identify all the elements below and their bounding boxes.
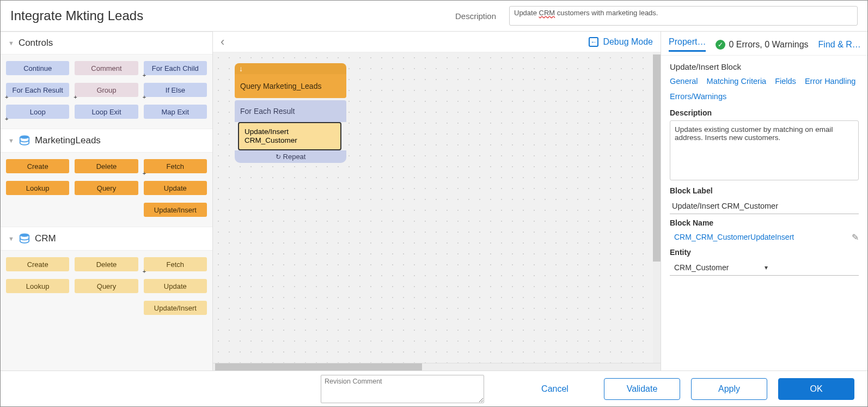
- scrollbar-thumb[interactable]: [215, 363, 422, 370]
- block-label-field-label: Block Label: [670, 186, 859, 195]
- cancel-button[interactable]: Cancel: [517, 378, 593, 400]
- description-field-label: Description: [670, 108, 859, 117]
- properties-panel: Propert… ✓ 0 Errors, 0 Warnings Find & R…: [661, 32, 867, 370]
- updins-line2: CRM_Customer: [244, 136, 335, 145]
- palette-section-header[interactable]: ▼Controls: [1, 32, 212, 54]
- entity-value: CRM_Customer: [674, 263, 765, 272]
- footer-bar: Cancel Validate Apply OK: [1, 370, 867, 406]
- palette-block-lookup[interactable]: Lookup: [6, 279, 69, 293]
- page-title: Integrate Mkting Leads: [10, 8, 442, 23]
- palette-block-continue[interactable]: Continue: [6, 61, 69, 75]
- palette-block-update[interactable]: Update: [144, 181, 207, 195]
- palette-block-delete[interactable]: Delete: [75, 257, 138, 271]
- block-palette[interactable]: ▼ControlsContinueCommentFor Each ChildFo…: [1, 32, 213, 370]
- palette-block-delete[interactable]: Delete: [75, 159, 138, 173]
- palette-block-create[interactable]: Create: [6, 257, 69, 271]
- description-textarea[interactable]: [670, 120, 859, 180]
- download-icon: ↓: [239, 64, 243, 73]
- canvas-toolbar: ‹ ← Debug Mode: [213, 32, 661, 52]
- palette-block-map-exit[interactable]: Map Exit: [144, 105, 207, 119]
- palette-section-title: MarketingLeads: [35, 135, 101, 146]
- palette-section-title: Controls: [19, 38, 53, 48]
- svg-point-1: [20, 233, 29, 236]
- block-name-link[interactable]: CRM_CRM_CustomerUpdateInsert: [670, 230, 846, 244]
- properties-tabs: Propert… ✓ 0 Errors, 0 Warnings Find & R…: [661, 32, 867, 56]
- entity-field-label: Entity: [670, 248, 859, 257]
- palette-block-loop-exit[interactable]: Loop Exit: [75, 105, 138, 119]
- updins-line1: Update/Insert: [244, 127, 335, 136]
- update-insert-block[interactable]: Update/Insert CRM_Customer: [238, 122, 341, 150]
- palette-block-fetch[interactable]: Fetch: [144, 257, 207, 271]
- subtab-error-handling[interactable]: Error Handling: [805, 77, 856, 86]
- desc-text-pre: Update: [514, 9, 539, 17]
- canvas-wrap: ‹ ← Debug Mode ↓ Query Marketing_Leads F…: [213, 32, 661, 370]
- collapse-icon: ▼: [8, 40, 14, 46]
- subtab-matching-criteria[interactable]: Matching Criteria: [707, 77, 767, 86]
- main-area: ▼ControlsContinueCommentFor Each ChildFo…: [1, 32, 867, 370]
- palette-block-query[interactable]: Query: [75, 181, 138, 195]
- foreach-block[interactable]: For Each Result: [235, 100, 346, 122]
- subtab-fields[interactable]: Fields: [775, 77, 796, 86]
- flow-root: ↓ Query Marketing_Leads For Each Result …: [235, 63, 346, 163]
- subtab-errors-warnings[interactable]: Errors/Warnings: [670, 92, 726, 101]
- canvas-horizontal-scrollbar[interactable]: [213, 363, 661, 370]
- debug-mode-button[interactable]: ← Debug Mode: [589, 37, 653, 47]
- tab-errors[interactable]: ✓ 0 Errors, 0 Warnings: [716, 40, 808, 50]
- tab-find-replace[interactable]: Find & R…: [818, 40, 861, 50]
- palette-section-header[interactable]: ▼MarketingLeads: [1, 129, 212, 153]
- repeat-icon: ↻: [276, 153, 281, 161]
- palette-block-update-insert[interactable]: Update/Insert: [144, 203, 207, 217]
- ok-button[interactable]: OK: [778, 378, 854, 400]
- property-subtabs: GeneralMatching CriteriaFieldsError Hand…: [670, 77, 859, 101]
- palette-block-query[interactable]: Query: [75, 279, 138, 293]
- description-label: Description: [455, 11, 496, 21]
- palette-section-title: CRM: [35, 233, 56, 244]
- entity-select[interactable]: CRM_Customer ▾: [670, 260, 859, 276]
- errors-count-label: 0 Errors, 0 Warnings: [729, 40, 808, 50]
- block-name-row: CRM_CRM_CustomerUpdateInsert ✎: [670, 230, 859, 244]
- query-block[interactable]: Query Marketing_Leads: [235, 74, 346, 98]
- repeat-label: Repeat: [283, 153, 306, 161]
- palette-block-fetch[interactable]: Fetch: [144, 159, 207, 173]
- palette-block-comment[interactable]: Comment: [75, 61, 138, 75]
- collapse-icon: ▼: [8, 235, 14, 242]
- database-icon: [19, 233, 30, 245]
- chevron-down-icon: ▾: [765, 264, 855, 271]
- palette-block-lookup[interactable]: Lookup: [6, 181, 69, 195]
- palette-block-update[interactable]: Update: [144, 279, 207, 293]
- database-icon: [19, 135, 30, 147]
- palette-block-for-each-child[interactable]: For Each Child: [144, 61, 207, 75]
- back-icon[interactable]: ‹: [221, 35, 224, 49]
- description-input[interactable]: Update CRM customers with marketing lead…: [509, 6, 858, 26]
- block-type-title: Update/Insert Block: [670, 62, 859, 71]
- palette-block-for-each-result[interactable]: For Each Result: [6, 83, 69, 97]
- block-label-input[interactable]: [670, 198, 859, 214]
- tab-properties[interactable]: Propert…: [669, 37, 706, 52]
- flow-entry-cap[interactable]: ↓: [235, 63, 346, 74]
- desc-text-post: customers with marketing leads.: [555, 9, 658, 17]
- block-name-field-label: Block Name: [670, 218, 859, 227]
- svg-point-0: [20, 135, 29, 138]
- edit-icon[interactable]: ✎: [852, 232, 859, 242]
- repeat-block[interactable]: ↻Repeat: [235, 150, 346, 163]
- desc-text-crm: CRM: [539, 9, 555, 17]
- palette-section-header[interactable]: ▼CRM: [1, 227, 212, 251]
- palette-block-loop[interactable]: Loop: [6, 105, 69, 119]
- scrollbar-thumb[interactable]: [653, 54, 661, 262]
- debug-mode-label: Debug Mode: [603, 37, 653, 47]
- subtab-general[interactable]: General: [670, 77, 698, 86]
- check-icon: ✓: [716, 40, 725, 50]
- apply-button[interactable]: Apply: [691, 378, 767, 400]
- palette-block-if-else[interactable]: If Else: [144, 83, 207, 97]
- properties-body: Update/Insert Block GeneralMatching Crit…: [661, 56, 867, 370]
- palette-block-create[interactable]: Create: [6, 159, 69, 173]
- debug-icon: ←: [589, 37, 598, 47]
- palette-block-group[interactable]: Group: [75, 83, 138, 97]
- canvas-vertical-scrollbar[interactable]: [653, 52, 661, 363]
- revision-comment-input[interactable]: [321, 375, 484, 403]
- top-bar: Integrate Mkting Leads Description Updat…: [1, 1, 867, 32]
- palette-block-update-insert[interactable]: Update/Insert: [144, 301, 207, 315]
- flow-canvas[interactable]: ↓ Query Marketing_Leads For Each Result …: [213, 52, 661, 363]
- collapse-icon: ▼: [8, 137, 14, 144]
- validate-button[interactable]: Validate: [604, 378, 680, 400]
